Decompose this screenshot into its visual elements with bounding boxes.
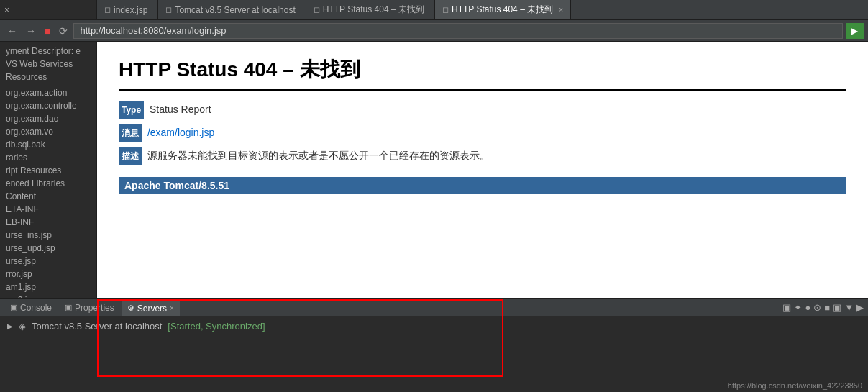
http-body: Type Status Report 消息 /exam/login.jsp 描述…	[119, 99, 846, 165]
tab-http-404-2[interactable]: ◻ HTTP Status 404 – 未找到 ×	[435, 0, 571, 19]
tab-tomcat-server[interactable]: ◻ Tomcat v8.5 Server at localhost	[158, 0, 306, 19]
server-status: [Started, Synchronized]	[168, 321, 265, 332]
description-value: 源服务器未能找到目标资源的表示或者是不愿公开一个已经存在的资源表示。	[147, 150, 490, 161]
type-label: Type	[119, 101, 144, 119]
toolbar-icon-5[interactable]: ■	[824, 302, 830, 313]
tab-label: HTTP Status 404 – 未找到	[452, 4, 553, 16]
sidebar-item-1[interactable]: VS Web Services	[0, 58, 96, 70]
toolbar-icon-6[interactable]: ▣	[833, 302, 841, 313]
sidebar-item-2[interactable]: Resources	[0, 70, 96, 83]
nav-bar: ← → ■ ⟳ ▶	[0, 20, 868, 42]
server-icon: ◈	[19, 321, 26, 332]
forward-button[interactable]: →	[23, 24, 39, 38]
sidebar-item-18[interactable]: rror.jsp	[0, 268, 96, 281]
tab-servers[interactable]: ⚙ Servers ×	[122, 299, 180, 316]
http-footer: Apache Tomcat/8.5.51	[119, 177, 846, 194]
sidebar-item-8[interactable]: db.sql.bak	[0, 138, 96, 151]
tab-icon: ◻	[314, 5, 320, 14]
status-bar: https://blog.csdn.net/weixin_42223850	[0, 378, 868, 392]
bottom-tabs: ▣ Console ▣ Properties ⚙ Servers × ▣ ✦ ●…	[0, 299, 868, 316]
toolbar-icon-8[interactable]: ▶	[856, 302, 864, 313]
tab-icon: ◻	[442, 5, 449, 14]
tab-bar-left: ×	[0, 0, 97, 19]
tab-label: index.jsp	[114, 5, 147, 15]
tab-icon: ◻	[165, 5, 172, 14]
toolbar-icon-3[interactable]: ●	[805, 302, 810, 313]
sidebar-item-12[interactable]: Content	[0, 190, 96, 203]
expand-icon[interactable]: ▶	[7, 322, 13, 330]
type-value: Status Report	[150, 104, 211, 115]
stop-button[interactable]: ■	[42, 24, 53, 38]
message-value: /exam/login.jsp	[147, 127, 214, 138]
sidebar-item-14[interactable]: EB-INF	[0, 216, 96, 229]
bottom-toolbar: ▣ ✦ ● ⊙ ■ ▣ ▼ ▶	[782, 302, 864, 313]
address-bar[interactable]	[73, 23, 843, 39]
server-row: ▶ ◈ Tomcat v8.5 Server at localhost [Sta…	[7, 319, 861, 333]
refresh-button[interactable]: ⟳	[56, 24, 70, 38]
sidebar-item-7[interactable]: org.exam.vo	[0, 125, 96, 138]
sidebar-item-20[interactable]: am2.jsp	[0, 293, 96, 298]
properties-icon: ▣	[65, 303, 72, 312]
tab-label: Tomcat v8.5 Server at localhost	[175, 5, 295, 15]
browser-content: HTTP Status 404 – 未找到 Type Status Report…	[97, 42, 868, 298]
sidebar-item-13[interactable]: ETA-INF	[0, 203, 96, 216]
toolbar-icon-7[interactable]: ▼	[844, 302, 854, 313]
tab-servers-label: Servers	[137, 304, 167, 314]
toolbar-icon-4[interactable]: ⊙	[813, 302, 821, 313]
sidebar-item-4[interactable]: org.exam.action	[0, 86, 96, 99]
servers-tab-close-button[interactable]: ×	[170, 304, 174, 312]
sidebar-item-9[interactable]: raries	[0, 151, 96, 164]
bottom-content: ▶ ◈ Tomcat v8.5 Server at localhost [Sta…	[0, 316, 868, 378]
sidebar-item-16[interactable]: urse_upd.jsp	[0, 242, 96, 255]
sidebar-item-19[interactable]: am1.jsp	[0, 281, 96, 293]
tab-http-404-1[interactable]: ◻ HTTP Status 404 – 未找到	[306, 0, 435, 19]
sidebar-item-10[interactable]: ript Resources	[0, 164, 96, 177]
tab-properties-label: Properties	[75, 303, 114, 313]
sidebar-item-15[interactable]: urse_ins.jsp	[0, 229, 96, 242]
description-label: 描述	[119, 147, 142, 165]
tab-bar: × ◻ index.jsp ◻ Tomcat v8.5 Server at lo…	[0, 0, 868, 20]
sidebar-item-17[interactable]: urse.jsp	[0, 255, 96, 268]
toolbar-icon-1[interactable]: ▣	[782, 302, 791, 313]
sidebar-item-11[interactable]: enced Libraries	[0, 177, 96, 190]
message-label: 消息	[119, 124, 142, 142]
go-button[interactable]: ▶	[846, 23, 864, 39]
tab-icon: ◻	[104, 5, 111, 14]
sidebar-item-6[interactable]: org.exam.dao	[0, 112, 96, 125]
status-url: https://blog.csdn.net/weixin_42223850	[728, 381, 862, 390]
sidebar-item-5[interactable]: org.exam.controlle	[0, 99, 96, 112]
bottom-panel: ▣ Console ▣ Properties ⚙ Servers × ▣ ✦ ●…	[0, 298, 868, 378]
server-name[interactable]: Tomcat v8.5 Server at localhost	[32, 321, 162, 332]
sidebar-item-0[interactable]: yment Descriptor: e	[0, 45, 96, 58]
main-area: yment Descriptor: e VS Web Services Reso…	[0, 42, 868, 298]
close-icon[interactable]: ×	[4, 5, 9, 15]
tab-properties[interactable]: ▣ Properties	[59, 299, 120, 316]
http-status-title: HTTP Status 404 – 未找到	[119, 56, 846, 91]
toolbar-icon-2[interactable]: ✦	[794, 302, 802, 313]
tab-index-jsp[interactable]: ◻ index.jsp	[97, 0, 158, 19]
tab-close-button[interactable]: ×	[559, 6, 563, 14]
console-icon: ▣	[10, 303, 17, 312]
servers-icon: ⚙	[127, 304, 134, 313]
back-button[interactable]: ←	[4, 24, 20, 38]
tab-console[interactable]: ▣ Console	[4, 299, 58, 316]
tab-console-label: Console	[20, 303, 52, 313]
tab-label: HTTP Status 404 – 未找到	[323, 4, 424, 16]
sidebar: yment Descriptor: e VS Web Services Reso…	[0, 42, 97, 298]
